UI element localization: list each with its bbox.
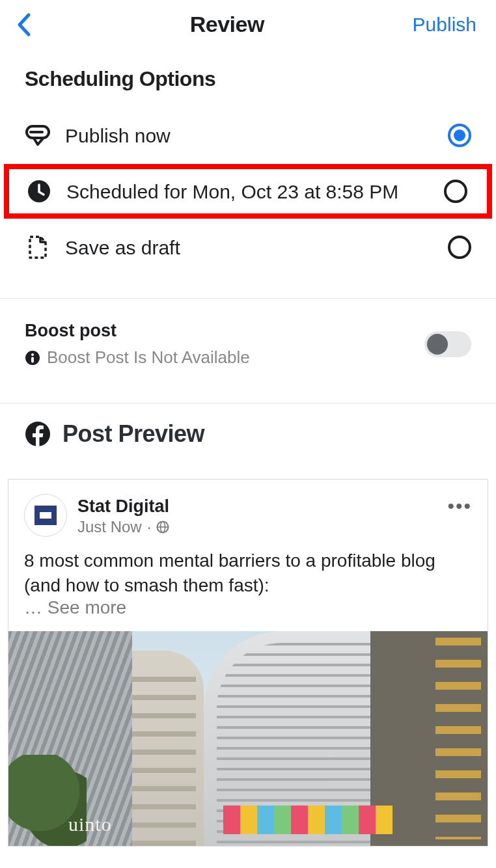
radio-publish-now[interactable] <box>448 124 471 147</box>
scheduling-section-title: Scheduling Options <box>0 53 496 109</box>
avatar[interactable] <box>24 494 67 537</box>
separator: · <box>147 518 152 536</box>
svg-point-4 <box>31 353 34 356</box>
boost-subtitle: Boost Post Is Not Available <box>25 347 411 368</box>
option-label: Scheduled for Mon, Oct 23 at 8:58 PM <box>66 179 430 204</box>
post-menu-button[interactable]: ••• <box>447 494 472 517</box>
see-more[interactable]: … See more <box>8 597 488 626</box>
svg-rect-11 <box>40 512 51 519</box>
publish-button[interactable]: Publish <box>413 14 476 36</box>
image-sign-text: uinto <box>68 813 112 835</box>
option-label: Publish now <box>65 123 434 148</box>
clock-icon <box>26 178 52 204</box>
option-publish-now[interactable]: Publish now <box>0 109 496 161</box>
post-preview-card: Stat Digital Just Now · ••• 8 most commo… <box>8 479 488 847</box>
globe-icon <box>156 521 169 534</box>
boost-toggle[interactable] <box>424 331 471 357</box>
post-preview-header: Post Preview <box>0 403 496 455</box>
avatar-logo-icon <box>31 500 61 530</box>
header: Review Publish <box>0 0 496 53</box>
boost-section: Boost post Boost Post Is Not Available <box>0 299 496 385</box>
boost-subtitle-text: Boost Post Is Not Available <box>47 347 250 368</box>
post-text: 8 most common mental barriers to a profi… <box>8 542 488 597</box>
draft-icon <box>25 234 51 260</box>
post-image[interactable]: uinto <box>8 631 488 846</box>
publish-now-icon <box>25 122 51 148</box>
info-icon <box>25 350 40 366</box>
timestamp: Just Now <box>77 518 142 536</box>
scheduling-options: Publish now Scheduled for Mon, Oct 23 at… <box>0 109 496 280</box>
radio-scheduled[interactable] <box>444 180 467 203</box>
boost-title: Boost post <box>25 321 411 341</box>
chevron-left-icon <box>16 12 31 37</box>
back-button[interactable] <box>16 12 42 37</box>
option-label: Save as draft <box>65 235 434 260</box>
option-save-draft[interactable]: Save as draft <box>0 221 496 273</box>
radio-draft[interactable] <box>448 236 471 259</box>
facebook-icon <box>25 421 51 447</box>
post-preview-title: Post Preview <box>62 420 204 448</box>
svg-rect-5 <box>31 357 34 362</box>
page-title: Review <box>190 12 264 37</box>
page-name[interactable]: Stat Digital <box>77 496 437 517</box>
option-scheduled[interactable]: Scheduled for Mon, Oct 23 at 8:58 PM <box>4 164 492 219</box>
